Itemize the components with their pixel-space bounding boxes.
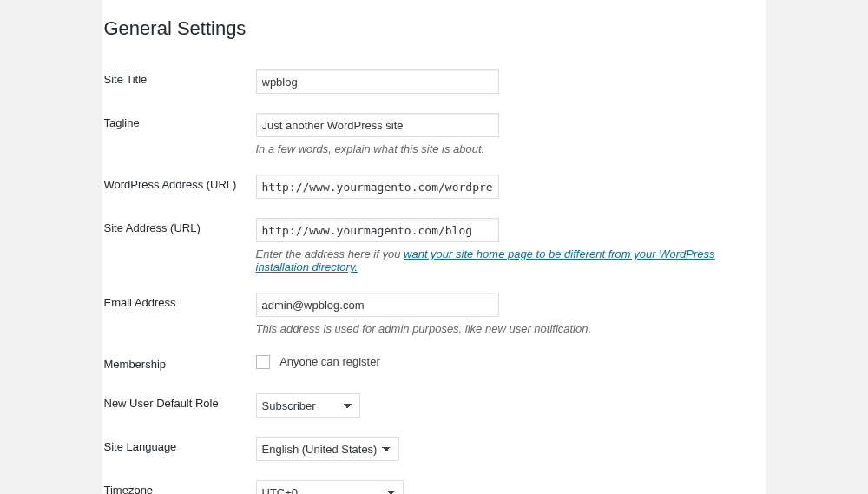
- tagline-input[interactable]: [256, 113, 499, 137]
- default-role-label: New User Default Role: [104, 397, 219, 410]
- email-label: Email Address: [104, 296, 176, 309]
- membership-checkbox-wrapper[interactable]: Anyone can register: [256, 354, 380, 367]
- site-title-input[interactable]: [256, 69, 499, 94]
- wp-address-label: WordPress Address (URL): [104, 178, 237, 191]
- site-address-description: Enter the address here if you want your …: [256, 247, 758, 273]
- membership-checkbox-label: Anyone can register: [279, 355, 380, 368]
- site-address-description-prefix: Enter the address here if you: [256, 247, 404, 260]
- timezone-label: Timezone: [104, 484, 154, 494]
- wp-address-input[interactable]: [256, 175, 499, 199]
- membership-label: Membership: [104, 358, 167, 371]
- site-language-select[interactable]: English (United States): [256, 437, 399, 461]
- default-role-select[interactable]: Subscriber: [256, 393, 360, 418]
- tagline-label: Tagline: [104, 116, 140, 129]
- email-input[interactable]: [256, 293, 499, 317]
- timezone-select[interactable]: UTC+0: [256, 480, 404, 494]
- site-language-label: Site Language: [104, 440, 177, 453]
- tagline-description: In a few words, explain what this site i…: [256, 142, 758, 155]
- page-title: General Settings: [104, 17, 766, 47]
- email-description: This address is used for admin purposes,…: [256, 322, 758, 335]
- site-address-input[interactable]: [256, 218, 499, 242]
- membership-checkbox[interactable]: [256, 355, 270, 369]
- site-title-label: Site Title: [104, 73, 148, 86]
- site-address-label: Site Address (URL): [104, 221, 201, 234]
